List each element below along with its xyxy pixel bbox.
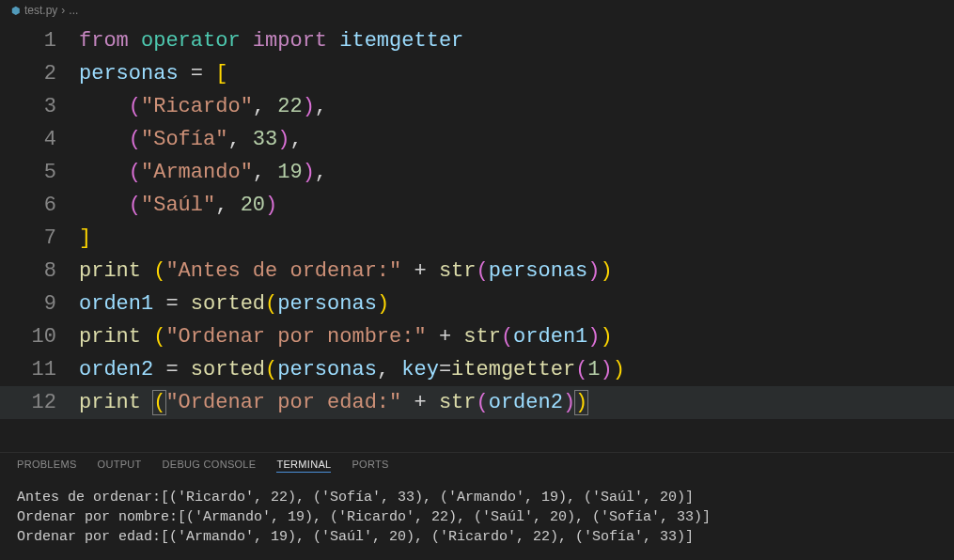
breadcrumb-file: test.py (24, 4, 57, 17)
code-content[interactable]: personas = [ (79, 57, 954, 90)
code-line[interactable]: 4 ("Sofía", 33), (0, 123, 954, 156)
breadcrumb[interactable]: ⬢ test.py › ... (0, 0, 954, 21)
code-editor[interactable]: 1from operator import itemgetter2persona… (0, 21, 954, 452)
panel-tabs: PROBLEMSOUTPUTDEBUG CONSOLETERMINALPORTS (0, 452, 954, 480)
line-number: 3 (0, 90, 79, 123)
panel-tab-ports[interactable]: PORTS (352, 459, 388, 473)
panel-tab-debug-console[interactable]: DEBUG CONSOLE (163, 459, 257, 473)
code-content[interactable]: orden2 = sorted(personas, key=itemgetter… (79, 353, 954, 386)
code-content[interactable]: ("Armando", 19), (79, 156, 954, 189)
code-line[interactable]: 5 ("Armando", 19), (0, 156, 954, 189)
panel-tab-problems[interactable]: PROBLEMS (17, 459, 77, 473)
code-content[interactable]: print ("Ordenar por edad:" + str(orden2)… (79, 386, 954, 419)
code-line[interactable]: 7] (0, 222, 954, 255)
panel-tab-terminal[interactable]: TERMINAL (276, 459, 331, 473)
panel-tab-output[interactable]: OUTPUT (98, 459, 142, 473)
code-content[interactable]: ("Sofía", 33), (79, 123, 954, 156)
code-line[interactable]: 6 ("Saúl", 20) (0, 189, 954, 222)
line-number: 7 (0, 222, 79, 255)
code-line[interactable]: 1from operator import itemgetter (0, 24, 954, 57)
line-number: 4 (0, 123, 79, 156)
code-line[interactable]: 2personas = [ (0, 57, 954, 90)
code-content[interactable]: print ("Ordenar por nombre:" + str(orden… (79, 320, 954, 353)
code-content[interactable]: ("Ricardo", 22), (79, 90, 954, 123)
code-line[interactable]: 10print ("Ordenar por nombre:" + str(ord… (0, 320, 954, 353)
line-number: 11 (0, 353, 79, 386)
line-number: 6 (0, 189, 79, 222)
code-content[interactable]: print ("Antes de ordenar:" + str(persona… (79, 255, 954, 288)
breadcrumb-separator: › (61, 4, 65, 17)
code-content[interactable]: from operator import itemgetter (79, 24, 954, 57)
line-number: 5 (0, 156, 79, 189)
code-content[interactable]: ] (79, 222, 954, 255)
code-line[interactable]: 12print ("Ordenar por edad:" + str(orden… (0, 386, 954, 419)
terminal-output[interactable]: Antes de ordenar:[('Ricardo', 22), ('Sof… (0, 480, 954, 560)
line-number: 2 (0, 57, 79, 90)
line-number: 9 (0, 288, 79, 320)
code-line[interactable]: 11orden2 = sorted(personas, key=itemgett… (0, 353, 954, 386)
code-content[interactable]: orden1 = sorted(personas) (79, 288, 954, 320)
line-number: 10 (0, 320, 79, 353)
code-line[interactable]: 3 ("Ricardo", 22), (0, 90, 954, 123)
code-line[interactable]: 8print ("Antes de ordenar:" + str(person… (0, 255, 954, 288)
line-number: 1 (0, 24, 79, 57)
breadcrumb-rest: ... (69, 4, 78, 17)
line-number: 8 (0, 255, 79, 288)
code-line[interactable]: 9orden1 = sorted(personas) (0, 288, 954, 320)
code-content[interactable]: ("Saúl", 20) (79, 189, 954, 222)
line-number: 12 (0, 386, 79, 419)
python-file-icon: ⬢ (11, 5, 21, 17)
